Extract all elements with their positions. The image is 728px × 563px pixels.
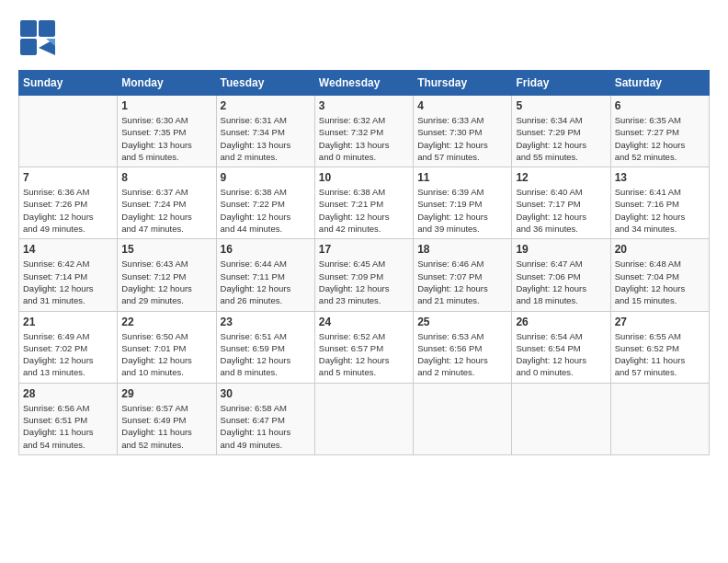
calendar-cell: 10Sunrise: 6:38 AMSunset: 7:21 PMDayligh… [314,167,413,239]
day-number: 9 [221,171,311,184]
svg-rect-2 [20,39,37,55]
weekday-header: Sunday [19,71,118,96]
weekday-header: Wednesday [314,71,413,96]
calendar-cell: 1Sunrise: 6:30 AMSunset: 7:35 PMDaylight… [118,96,216,167]
day-number: 25 [417,316,507,328]
day-number: 11 [417,171,507,184]
day-number: 5 [516,99,606,112]
calendar-cell: 14Sunrise: 6:42 AMSunset: 7:14 PMDayligh… [19,239,118,311]
day-info: Sunrise: 6:43 AMSunset: 7:12 PMDaylight:… [121,258,211,306]
calendar-cell: 21Sunrise: 6:49 AMSunset: 7:02 PMDayligh… [19,311,118,383]
day-info: Sunrise: 6:50 AMSunset: 7:01 PMDaylight:… [121,330,211,379]
calendar-cell: 12Sunrise: 6:40 AMSunset: 7:17 PMDayligh… [512,167,610,239]
weekday-header: Tuesday [216,71,314,96]
weekday-header: Friday [512,71,610,96]
day-info: Sunrise: 6:49 AMSunset: 7:02 PMDaylight:… [23,330,113,379]
day-number: 14 [23,243,113,256]
calendar-cell: 25Sunrise: 6:53 AMSunset: 6:56 PMDayligh… [414,311,512,383]
logo-icon [18,18,55,55]
day-info: Sunrise: 6:58 AMSunset: 6:47 PMDaylight:… [221,402,311,451]
day-info: Sunrise: 6:54 AMSunset: 6:54 PMDaylight:… [516,330,606,379]
calendar-cell: 17Sunrise: 6:45 AMSunset: 7:09 PMDayligh… [314,239,413,311]
day-info: Sunrise: 6:31 AMSunset: 7:34 PMDaylight:… [221,114,311,163]
calendar-cell: 4Sunrise: 6:33 AMSunset: 7:30 PMDaylight… [414,96,512,167]
calendar-cell: 6Sunrise: 6:35 AMSunset: 7:27 PMDaylight… [610,96,709,167]
calendar-cell: 22Sunrise: 6:50 AMSunset: 7:01 PMDayligh… [118,311,216,383]
calendar-cell: 23Sunrise: 6:51 AMSunset: 6:59 PMDayligh… [216,311,314,383]
day-number: 10 [319,171,409,184]
day-info: Sunrise: 6:35 AMSunset: 7:27 PMDaylight:… [615,114,705,163]
calendar-cell: 30Sunrise: 6:58 AMSunset: 6:47 PMDayligh… [216,383,314,454]
day-info: Sunrise: 6:42 AMSunset: 7:14 PMDaylight:… [23,258,113,306]
day-number: 12 [516,171,606,184]
calendar-cell [610,383,709,454]
day-number: 19 [516,243,606,256]
day-info: Sunrise: 6:56 AMSunset: 6:51 PMDaylight:… [23,402,113,451]
calendar-cell: 18Sunrise: 6:46 AMSunset: 7:07 PMDayligh… [414,239,512,311]
day-info: Sunrise: 6:32 AMSunset: 7:32 PMDaylight:… [319,114,409,163]
calendar-week-row: 1Sunrise: 6:30 AMSunset: 7:35 PMDaylight… [19,96,710,167]
calendar-cell: 9Sunrise: 6:38 AMSunset: 7:22 PMDaylight… [216,167,314,239]
day-number: 24 [319,316,409,328]
day-number: 28 [23,387,113,400]
day-info: Sunrise: 6:47 AMSunset: 7:06 PMDaylight:… [516,258,606,306]
day-info: Sunrise: 6:37 AMSunset: 7:24 PMDaylight:… [121,186,211,235]
calendar-cell: 15Sunrise: 6:43 AMSunset: 7:12 PMDayligh… [118,239,216,311]
calendar-cell: 7Sunrise: 6:36 AMSunset: 7:26 PMDaylight… [19,167,118,239]
calendar-week-row: 7Sunrise: 6:36 AMSunset: 7:26 PMDaylight… [19,167,710,239]
day-info: Sunrise: 6:39 AMSunset: 7:19 PMDaylight:… [417,186,507,235]
day-info: Sunrise: 6:44 AMSunset: 7:11 PMDaylight:… [221,258,311,306]
calendar-cell: 26Sunrise: 6:54 AMSunset: 6:54 PMDayligh… [512,311,610,383]
page-header [18,18,710,55]
day-info: Sunrise: 6:40 AMSunset: 7:17 PMDaylight:… [516,186,606,235]
calendar-cell: 24Sunrise: 6:52 AMSunset: 6:57 PMDayligh… [314,311,413,383]
day-number: 22 [121,316,211,328]
day-info: Sunrise: 6:48 AMSunset: 7:04 PMDaylight:… [615,258,705,306]
calendar-cell [512,383,610,454]
day-info: Sunrise: 6:38 AMSunset: 7:22 PMDaylight:… [221,186,311,235]
weekday-header: Saturday [610,71,709,96]
calendar-cell: 2Sunrise: 6:31 AMSunset: 7:34 PMDaylight… [216,96,314,167]
logo [18,18,59,55]
day-number: 2 [221,99,311,112]
day-number: 29 [121,387,211,400]
calendar-cell: 3Sunrise: 6:32 AMSunset: 7:32 PMDaylight… [314,96,413,167]
day-info: Sunrise: 6:53 AMSunset: 6:56 PMDaylight:… [417,330,507,379]
calendar-week-row: 14Sunrise: 6:42 AMSunset: 7:14 PMDayligh… [19,239,710,311]
day-number: 3 [319,99,409,112]
day-info: Sunrise: 6:45 AMSunset: 7:09 PMDaylight:… [319,258,409,306]
day-info: Sunrise: 6:51 AMSunset: 6:59 PMDaylight:… [221,330,311,379]
calendar-week-row: 21Sunrise: 6:49 AMSunset: 7:02 PMDayligh… [19,311,710,383]
calendar-cell: 11Sunrise: 6:39 AMSunset: 7:19 PMDayligh… [414,167,512,239]
calendar-cell [19,96,118,167]
day-number: 8 [121,171,211,184]
day-number: 4 [417,99,507,112]
calendar-week-row: 28Sunrise: 6:56 AMSunset: 6:51 PMDayligh… [19,383,710,454]
calendar-cell: 27Sunrise: 6:55 AMSunset: 6:52 PMDayligh… [610,311,709,383]
calendar-cell: 13Sunrise: 6:41 AMSunset: 7:16 PMDayligh… [610,167,709,239]
calendar-cell: 29Sunrise: 6:57 AMSunset: 6:49 PMDayligh… [118,383,216,454]
day-info: Sunrise: 6:33 AMSunset: 7:30 PMDaylight:… [417,114,507,163]
day-number: 30 [221,387,311,400]
day-number: 16 [221,243,311,256]
day-number: 15 [121,243,211,256]
day-number: 13 [615,171,705,184]
day-number: 21 [23,316,113,328]
calendar-cell: 8Sunrise: 6:37 AMSunset: 7:24 PMDaylight… [118,167,216,239]
day-info: Sunrise: 6:30 AMSunset: 7:35 PMDaylight:… [121,114,211,163]
calendar-cell [314,383,413,454]
day-number: 18 [417,243,507,256]
day-info: Sunrise: 6:38 AMSunset: 7:21 PMDaylight:… [319,186,409,235]
day-info: Sunrise: 6:55 AMSunset: 6:52 PMDaylight:… [615,330,705,379]
calendar-cell: 20Sunrise: 6:48 AMSunset: 7:04 PMDayligh… [610,239,709,311]
day-number: 6 [615,99,705,112]
day-info: Sunrise: 6:36 AMSunset: 7:26 PMDaylight:… [23,186,113,235]
weekday-header: Thursday [414,71,512,96]
calendar-cell: 5Sunrise: 6:34 AMSunset: 7:29 PMDaylight… [512,96,610,167]
calendar-cell: 16Sunrise: 6:44 AMSunset: 7:11 PMDayligh… [216,239,314,311]
day-info: Sunrise: 6:34 AMSunset: 7:29 PMDaylight:… [516,114,606,163]
weekday-header: Monday [118,71,216,96]
day-number: 26 [516,316,606,328]
day-info: Sunrise: 6:41 AMSunset: 7:16 PMDaylight:… [615,186,705,235]
day-number: 1 [121,99,211,112]
